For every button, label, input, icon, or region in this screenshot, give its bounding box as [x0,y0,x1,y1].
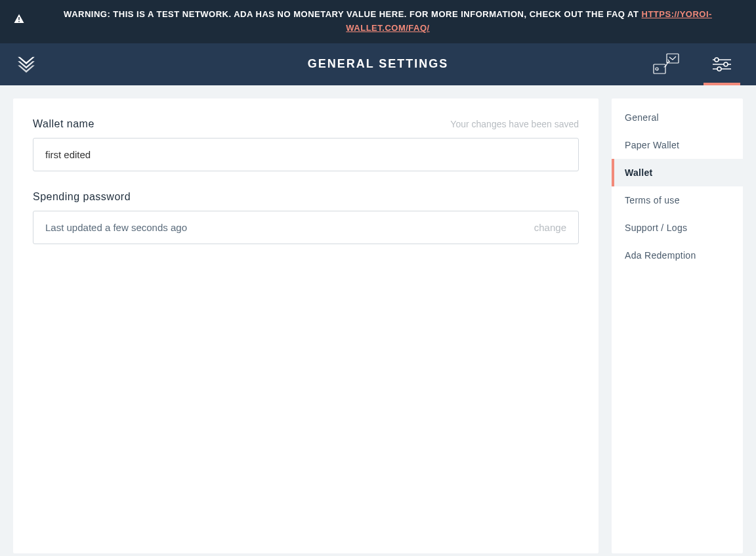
svg-point-6 [715,58,719,62]
warning-icon [13,13,25,30]
settings-side-nav: General Paper Wallet Wallet Terms of use… [612,98,743,553]
sidebar-item-paper-wallet[interactable]: Paper Wallet [612,131,743,159]
wallets-icon[interactable] [648,43,685,85]
change-password-link[interactable]: change [534,222,566,233]
yoroi-logo[interactable] [16,54,37,75]
svg-point-4 [656,68,658,70]
settings-icon[interactable] [704,43,740,85]
warning-text: WARNING: THIS IS A TEST NETWORK. ADA HAS… [33,8,743,35]
page-title: GENERAL SETTINGS [0,57,756,71]
sidebar-item-wallet[interactable]: Wallet [612,159,743,186]
spending-password-group: Spending password Last updated a few sec… [33,191,579,244]
sidebar-item-general[interactable]: General [612,104,743,131]
spending-password-label: Spending password [33,191,131,203]
spending-password-row: Last updated a few seconds ago change [33,211,579,244]
spending-password-updated: Last updated a few seconds ago [45,222,187,233]
wallet-name-saved-msg: Your changes have been saved [450,119,579,129]
svg-point-10 [717,67,721,71]
sidebar-item-ada-redemption[interactable]: Ada Redemption [612,242,743,269]
svg-rect-0 [18,17,20,20]
content-area: Wallet name Your changes have been saved… [0,85,756,556]
wallet-name-label: Wallet name [33,118,94,130]
wallet-name-input[interactable] [33,138,579,171]
header-actions [648,43,740,85]
sidebar-item-terms[interactable]: Terms of use [612,186,743,214]
settings-main-panel: Wallet name Your changes have been saved… [13,98,598,553]
warning-banner: WARNING: THIS IS A TEST NETWORK. ADA HAS… [0,0,756,43]
app-header: GENERAL SETTINGS [0,43,756,85]
wallet-name-group: Wallet name Your changes have been saved [33,118,579,171]
sidebar-item-support[interactable]: Support / Logs [612,214,743,242]
svg-rect-1 [18,21,20,22]
svg-point-8 [724,62,728,66]
